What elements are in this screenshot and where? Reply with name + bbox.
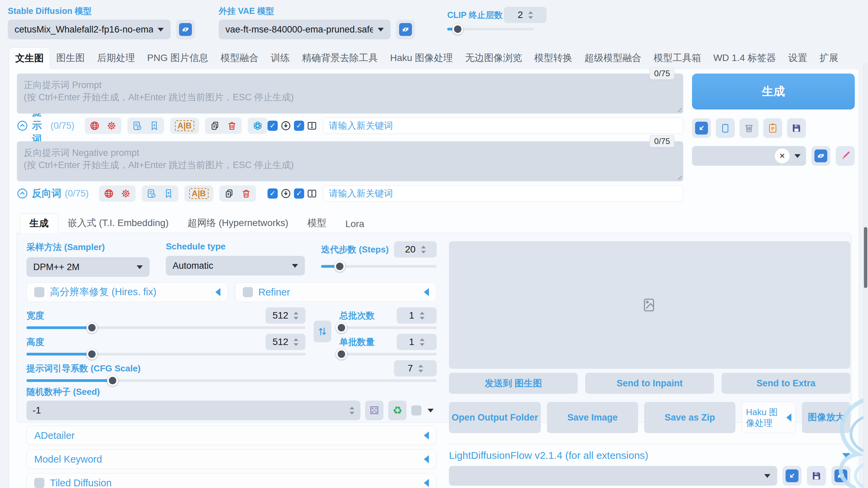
tab-checkpoint-merger[interactable]: 模型融合 (214, 47, 264, 68)
slider-thumb[interactable] (336, 349, 347, 360)
copy-icon[interactable] (224, 188, 234, 199)
negative-prompt-textarea[interactable] (17, 141, 683, 181)
collapse-chevron-icon[interactable] (17, 188, 28, 199)
spinner-icon[interactable] (418, 365, 423, 372)
sd-model-dropdown[interactable]: cetusMix_Whalefall2-fp16-no-ema.safetens… (8, 20, 171, 39)
ab-translate-icon[interactable]: A|B (175, 120, 194, 131)
haku-image-accordion[interactable]: Haku 图像处理 (742, 402, 796, 433)
tab-infinite-browser[interactable]: 无边图像浏览 (459, 47, 528, 68)
slider-thumb[interactable] (334, 261, 345, 272)
swap-dimensions-button[interactable] (314, 321, 331, 342)
spinner-icon[interactable] (294, 338, 298, 346)
spinner-icon[interactable] (350, 407, 354, 414)
spinner-icon[interactable] (420, 312, 425, 320)
keyword-checkbox-1[interactable]: ✓ (268, 188, 278, 199)
batch-count-input[interactable]: 1 (397, 307, 437, 324)
history-clock-icon[interactable] (280, 188, 291, 199)
tab-extras[interactable]: 后期处理 (91, 47, 141, 68)
bookmark-icon[interactable] (149, 121, 159, 131)
spinner-icon[interactable] (528, 11, 533, 19)
steps-input[interactable]: 20 (394, 241, 437, 258)
keyword-checkbox-1[interactable]: ✓ (268, 121, 278, 131)
slider-thumb[interactable] (86, 349, 97, 360)
cfg-slider[interactable] (26, 379, 437, 382)
ab-translate-icon[interactable]: A|B (189, 188, 209, 199)
tab-png-info[interactable]: PNG 图片信息 (141, 47, 214, 68)
keyword-checkbox-2[interactable]: ✓ (294, 121, 304, 131)
flow-load-button[interactable] (783, 466, 802, 486)
subtab-hypernetworks[interactable]: 超网络 (Hypernetworks) (178, 213, 298, 233)
send-to-inpaint-button[interactable]: Send to Inpaint (585, 373, 714, 394)
result-gallery[interactable] (449, 241, 850, 369)
tab-extensions[interactable]: 扩展 (813, 47, 845, 68)
keyword-checkbox-2[interactable]: ✓ (294, 188, 304, 199)
sd-model-refresh-button[interactable] (176, 20, 195, 39)
schedule-dropdown[interactable]: Automatic (166, 256, 305, 276)
tab-super-merger[interactable]: 超级模型融合 (578, 47, 648, 68)
flow-save-button[interactable] (807, 466, 826, 486)
slider-thumb[interactable] (86, 322, 97, 333)
batch-size-slider[interactable] (339, 353, 437, 355)
read-params-button[interactable] (692, 118, 711, 138)
refiner-accordion[interactable]: Refiner (235, 282, 437, 302)
spinner-icon[interactable] (294, 312, 298, 320)
prompt-textarea[interactable] (17, 74, 683, 114)
trash-icon[interactable] (227, 121, 237, 131)
clip-skip-input[interactable]: 2 (504, 7, 547, 23)
steps-slider[interactable] (321, 265, 437, 268)
gear-icon[interactable] (121, 188, 131, 199)
clear-prompt-button[interactable] (739, 118, 758, 138)
hires-fix-checkbox[interactable] (34, 287, 44, 297)
paste-button[interactable] (716, 118, 735, 138)
collapse-chevron-icon[interactable] (17, 120, 28, 131)
tab-train[interactable]: 训练 (264, 47, 296, 68)
tab-model-toolkit[interactable]: 模型工具箱 (648, 47, 707, 68)
model-keyword-accordion[interactable]: Model Keyword (26, 449, 437, 469)
sampler-dropdown[interactable]: DPM++ 2M (26, 257, 150, 277)
tab-settings[interactable]: 设置 (782, 47, 813, 68)
openai-icon[interactable] (253, 121, 263, 131)
send-to-img2img-button[interactable]: 发送到 图生图 (449, 373, 578, 394)
flow-refresh-button[interactable] (831, 466, 850, 486)
edit-styles-button[interactable] (836, 146, 855, 166)
bookmark-icon[interactable] (163, 188, 174, 199)
clear-styles-icon[interactable]: × (775, 148, 790, 163)
slider-thumb[interactable] (107, 375, 118, 386)
subtab-embeddings[interactable]: 嵌入式 (T.I. Embedding) (58, 213, 178, 233)
vae-refresh-button[interactable] (396, 20, 415, 39)
copy-icon[interactable] (210, 121, 220, 131)
spinner-icon[interactable] (420, 338, 425, 346)
history-clock-icon[interactable] (280, 120, 291, 131)
refiner-checkbox[interactable] (243, 287, 253, 297)
prompt-history-icon[interactable] (146, 188, 157, 199)
tab-rembg[interactable]: 精确背景去除工具 (296, 47, 384, 68)
tiled-diffusion-checkbox[interactable] (34, 478, 44, 488)
vae-dropdown[interactable]: vae-ft-mse-840000-ema-pruned.safetensors (219, 20, 391, 39)
image-upscale-button[interactable]: 图像放大 (802, 402, 850, 433)
seed-input[interactable]: -1 (26, 401, 360, 420)
lightdiffusionflow-header[interactable]: LightDiffusionFlow v2.1.4 (for all exten… (449, 450, 850, 461)
page-scrollbar[interactable] (863, 63, 868, 488)
height-slider[interactable] (26, 353, 305, 355)
batch-size-input[interactable]: 1 (397, 334, 437, 350)
slider-thumb[interactable] (452, 24, 463, 35)
hires-fix-accordion[interactable]: 高分辨率修复 (Hires. fix) (26, 282, 228, 302)
gear-icon[interactable] (106, 121, 117, 131)
apply-styles-button[interactable] (763, 118, 782, 138)
styles-dropdown[interactable]: × (692, 146, 806, 166)
globe-icon[interactable] (90, 121, 100, 131)
tab-txt2img[interactable]: 文生图 (9, 47, 50, 69)
tiled-diffusion-accordion[interactable]: Tiled Diffusion (26, 473, 437, 488)
extra-seed-checkbox[interactable] (411, 405, 421, 415)
reuse-seed-button[interactable]: ♻ (388, 401, 407, 420)
subtab-lora[interactable]: Lora (336, 215, 374, 233)
open-output-folder-button[interactable]: Open Output Folder (449, 402, 541, 433)
cfg-input[interactable]: 7 (394, 360, 437, 377)
tab-haku-img[interactable]: Haku 图像处理 (384, 47, 459, 68)
text-cursor-icon[interactable] (307, 121, 317, 131)
subtab-checkpoints[interactable]: 模型 (298, 213, 336, 233)
subtab-generation[interactable]: 生成 (20, 213, 58, 233)
height-input[interactable]: 512 (265, 334, 305, 350)
generate-button[interactable]: 生成 (692, 74, 855, 109)
globe-icon[interactable] (104, 188, 114, 199)
